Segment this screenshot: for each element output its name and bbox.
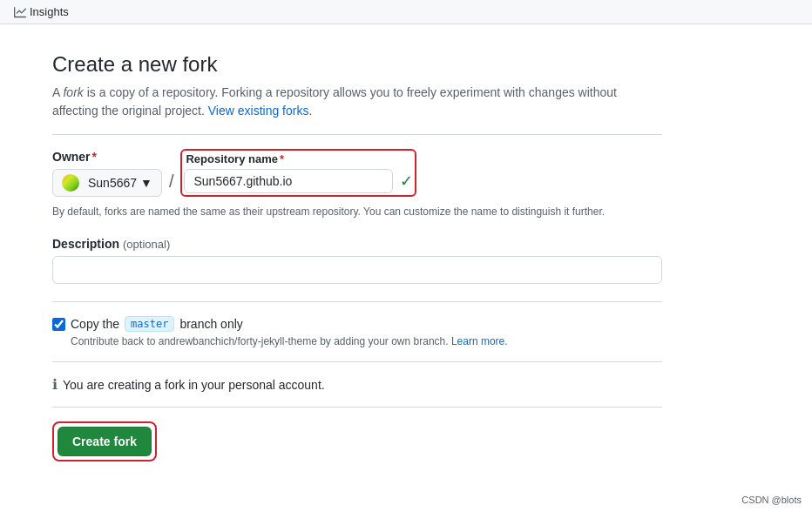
view-forks-link[interactable]: View existing forks [208, 104, 309, 118]
watermark: CSDN @blots [741, 495, 802, 505]
create-fork-button[interactable]: Create fork [58, 427, 152, 456]
copy-branch-label-pre: Copy the [71, 317, 119, 331]
fork-info-section: ℹ You are creating a fork in your person… [52, 361, 662, 393]
insights-label: Insights [30, 5, 69, 18]
owner-repo-row: Owner* Sun5667 ▼ / Repository name* [52, 149, 662, 197]
valid-check-icon: ✓ [400, 172, 413, 191]
repo-name-field-wrapper: Repository name* ✓ [180, 149, 416, 197]
copy-branch-label-post: branch only [179, 317, 242, 331]
page-description: A fork is a copy of a repository. Forkin… [52, 84, 662, 120]
create-fork-highlight-wrapper: Create fork [52, 421, 157, 461]
owner-select-wrapper: Sun5667 ▼ [52, 169, 162, 197]
owner-name: Sun5667 [88, 176, 137, 190]
description-label: Description(optional) [52, 237, 662, 251]
branch-badge: master [125, 316, 174, 332]
owner-dropdown-icon: ▼ [140, 176, 152, 190]
create-fork-section: Create fork [52, 407, 662, 461]
description-section: Description(optional) [52, 237, 662, 284]
bar-chart-icon [14, 6, 26, 18]
owner-dropdown-button[interactable]: Sun5667 ▼ [52, 169, 162, 197]
learn-more-link[interactable]: Learn more. [451, 335, 508, 347]
repo-name-inner-label: Repository name* [184, 152, 413, 165]
repo-name-hint: By default, forks are named the same as … [52, 204, 662, 219]
owner-field-group: Owner* Sun5667 ▼ [52, 150, 162, 197]
insights-nav-item[interactable]: Insights [14, 5, 69, 18]
copy-branch-section: Copy the master branch only Contribute b… [52, 301, 662, 347]
page-title: Create a new fork [52, 52, 662, 77]
owner-avatar [62, 174, 79, 192]
section-divider-1 [52, 134, 662, 135]
repo-name-input[interactable] [184, 169, 393, 193]
copy-branch-hint: Contribute back to andrewbanchich/forty-… [71, 335, 662, 347]
info-icon: ℹ [52, 376, 58, 393]
repo-input-row: ✓ [184, 169, 413, 193]
main-content: Create a new fork A fork is a copy of a … [0, 24, 714, 489]
slash-separator: / [169, 172, 174, 197]
owner-label: Owner* [52, 150, 162, 164]
form-section: Owner* Sun5667 ▼ / Repository name* [52, 149, 662, 461]
copy-branch-checkbox[interactable] [52, 318, 65, 331]
fork-info-text: You are creating a fork in your personal… [63, 378, 325, 392]
top-nav: Insights [0, 0, 812, 24]
description-input[interactable] [52, 256, 662, 284]
copy-branch-row: Copy the master branch only [52, 316, 662, 332]
